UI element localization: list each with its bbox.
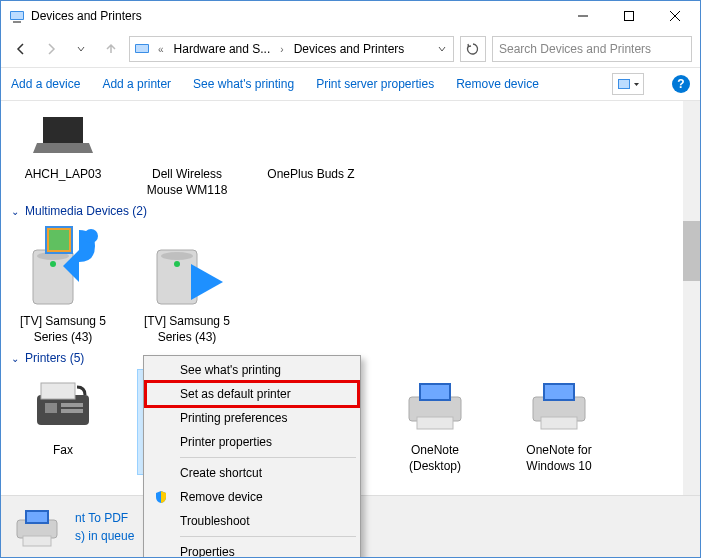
svg-rect-1 xyxy=(11,12,23,19)
add-device-button[interactable]: Add a device xyxy=(11,77,80,91)
svg-rect-22 xyxy=(41,383,75,399)
device-item[interactable]: [TV] Samsung 5 Series (43) xyxy=(137,222,237,345)
device-label: [TV] Samsung 5 Series (43) xyxy=(13,314,113,345)
printer-item-onenote-w10[interactable]: OneNote for Windows 10 xyxy=(509,369,609,474)
chevron-right-icon[interactable]: « xyxy=(154,44,168,55)
svg-rect-29 xyxy=(417,417,453,429)
up-button[interactable] xyxy=(99,37,123,61)
control-panel-icon xyxy=(134,41,150,57)
menu-remove-device[interactable]: Remove device xyxy=(146,485,358,509)
svg-rect-4 xyxy=(625,12,634,21)
back-button[interactable] xyxy=(9,37,33,61)
window-title: Devices and Printers xyxy=(31,9,560,23)
forward-button[interactable] xyxy=(39,37,63,61)
menu-see-printing[interactable]: See what's printing xyxy=(146,358,358,382)
device-label: [TV] Samsung 5 Series (43) xyxy=(137,314,237,345)
titlebar: Devices and Printers xyxy=(1,1,700,31)
menu-properties[interactable]: Properties xyxy=(146,540,358,558)
svg-rect-24 xyxy=(61,403,83,407)
mouse-icon xyxy=(137,105,237,165)
multimedia-row: [TV] Samsung 5 Series (43) [TV] Samsung … xyxy=(1,222,700,345)
address-dropdown[interactable] xyxy=(433,44,451,54)
svg-rect-16 xyxy=(49,230,69,250)
menu-troubleshoot[interactable]: Troubleshoot xyxy=(146,509,358,533)
printer-icon xyxy=(509,369,609,441)
recent-dropdown[interactable] xyxy=(69,37,93,61)
svg-point-13 xyxy=(50,261,56,267)
see-printing-button[interactable]: See what's printing xyxy=(193,77,294,91)
shield-icon xyxy=(152,488,170,506)
window-icon xyxy=(9,8,25,24)
devices-row: AHCH_LAP03 Dell Wireless Mouse WM118 One… xyxy=(1,105,700,198)
svg-rect-32 xyxy=(545,385,573,399)
details-queue[interactable]: s) in queue xyxy=(75,529,134,543)
svg-point-17 xyxy=(84,229,98,243)
menu-printer-props[interactable]: Printer properties xyxy=(146,430,358,454)
device-item[interactable]: [TV] Samsung 5 Series (43) xyxy=(13,222,113,345)
svg-rect-33 xyxy=(541,417,577,429)
refresh-button[interactable] xyxy=(460,36,486,62)
media-server-icon xyxy=(13,222,113,312)
server-props-button[interactable]: Print server properties xyxy=(316,77,434,91)
svg-rect-2 xyxy=(13,21,21,23)
menu-set-default[interactable]: Set as default printer xyxy=(146,382,358,406)
breadcrumb-devices[interactable]: Devices and Printers xyxy=(292,42,407,56)
printer-label: OneNote (Desktop) xyxy=(385,443,485,474)
minimize-button[interactable] xyxy=(560,1,606,31)
search-input[interactable]: Search Devices and Printers xyxy=(492,36,692,62)
svg-rect-37 xyxy=(23,536,51,546)
search-placeholder: Search Devices and Printers xyxy=(499,42,651,56)
device-label: Dell Wireless Mouse WM118 xyxy=(137,167,237,198)
scrollbar-thumb[interactable] xyxy=(683,221,700,281)
group-label: Multimedia Devices (2) xyxy=(25,204,147,218)
svg-rect-25 xyxy=(61,409,83,413)
media-renderer-icon xyxy=(137,222,237,312)
close-button[interactable] xyxy=(652,1,698,31)
device-label: OnePlus Buds Z xyxy=(261,167,361,183)
printer-item-onenote-desktop[interactable]: OneNote (Desktop) xyxy=(385,369,485,474)
view-options-button[interactable] xyxy=(612,73,644,95)
group-label: Printers (5) xyxy=(25,351,84,365)
menu-separator xyxy=(180,457,356,458)
menu-printing-prefs[interactable]: Printing preferences xyxy=(146,406,358,430)
svg-rect-28 xyxy=(421,385,449,399)
svg-rect-23 xyxy=(45,403,57,413)
svg-rect-10 xyxy=(619,80,629,88)
command-bar: Add a device Add a printer See what's pr… xyxy=(1,67,700,101)
chevron-down-icon: ⌄ xyxy=(11,353,19,364)
menu-separator xyxy=(180,536,356,537)
details-name[interactable]: nt To PDF xyxy=(75,511,128,525)
address-bar[interactable]: « Hardware and S... › Devices and Printe… xyxy=(129,36,454,62)
earbuds-icon xyxy=(261,105,361,165)
device-item[interactable]: Dell Wireless Mouse WM118 xyxy=(137,105,237,198)
svg-point-19 xyxy=(161,252,193,260)
details-text: nt To PDF s) in queue xyxy=(75,509,134,545)
device-item[interactable]: AHCH_LAP03 xyxy=(13,105,113,198)
fax-icon xyxy=(13,369,113,441)
device-label: AHCH_LAP03 xyxy=(13,167,113,183)
svg-rect-36 xyxy=(27,512,47,522)
maximize-button[interactable] xyxy=(606,1,652,31)
navigation-row: « Hardware and S... › Devices and Printe… xyxy=(1,31,700,67)
add-printer-button[interactable]: Add a printer xyxy=(102,77,171,91)
menu-create-shortcut[interactable]: Create shortcut xyxy=(146,461,358,485)
chevron-right-icon[interactable]: › xyxy=(276,44,287,55)
printer-label: OneNote for Windows 10 xyxy=(509,443,609,474)
chevron-down-icon: ⌄ xyxy=(11,206,19,217)
device-item[interactable]: OnePlus Buds Z xyxy=(261,105,361,198)
help-button[interactable]: ? xyxy=(672,75,690,93)
svg-rect-8 xyxy=(136,45,148,52)
printer-icon xyxy=(385,369,485,441)
details-printer-icon xyxy=(13,506,61,548)
svg-point-20 xyxy=(174,261,180,267)
breadcrumb-hardware[interactable]: Hardware and S... xyxy=(172,42,273,56)
group-header-multimedia[interactable]: ⌄ Multimedia Devices (2) xyxy=(1,198,700,222)
context-menu: See what's printing Set as default print… xyxy=(143,355,361,558)
scrollbar[interactable] xyxy=(683,101,700,497)
remove-device-button[interactable]: Remove device xyxy=(456,77,539,91)
printer-item-fax[interactable]: Fax xyxy=(13,369,113,474)
laptop-icon xyxy=(13,105,113,165)
printer-label: Fax xyxy=(13,443,113,459)
